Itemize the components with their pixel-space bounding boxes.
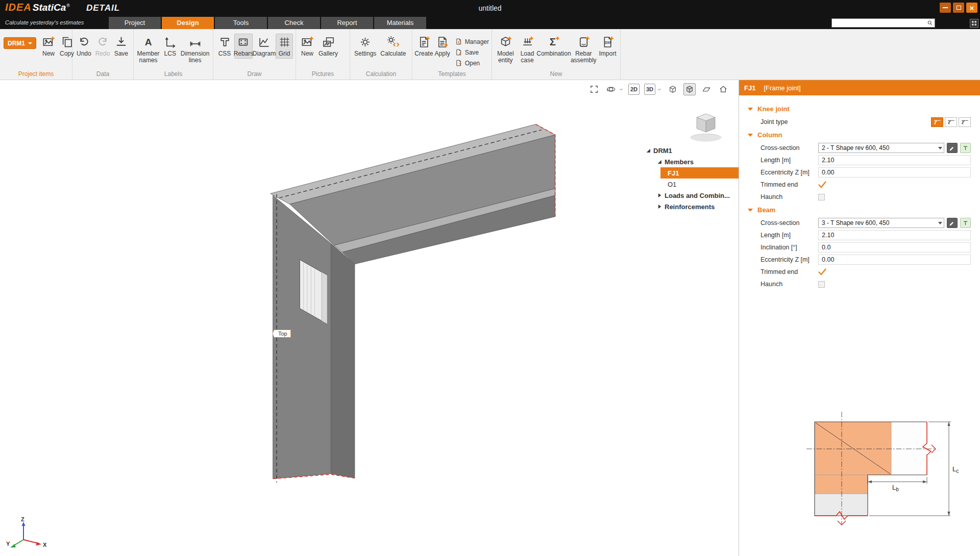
view-label-flag[interactable]: Top — [273, 330, 291, 338]
new-picture-button[interactable]: New — [299, 34, 316, 59]
apply-template-button[interactable]: Apply — [434, 34, 451, 59]
chevron-down-icon[interactable] — [619, 87, 624, 92]
undo-icon — [77, 35, 91, 49]
diagram-button[interactable]: Diagram — [254, 34, 275, 59]
view-3d-button[interactable]: 3D — [644, 84, 655, 95]
undo-button[interactable]: Undo — [75, 34, 93, 59]
rebar-assembly-button[interactable]: Rebar assembly — [570, 34, 597, 65]
solid-view-button[interactable] — [683, 83, 696, 95]
tab-check[interactable]: Check — [268, 17, 320, 29]
tab-materials[interactable]: Materials — [374, 17, 426, 29]
collapse-triangle-icon — [748, 108, 753, 111]
model-entity-button[interactable]: Model entity — [495, 34, 517, 65]
tab-project[interactable]: Project — [109, 17, 161, 29]
column-eccentricity-input[interactable]: 0.00 — [818, 167, 971, 178]
redo-button[interactable]: Redo — [94, 34, 112, 59]
copy-cross-section-button[interactable] — [960, 218, 971, 228]
beam-inclination-input[interactable]: 0.0 — [818, 242, 971, 252]
ribbon-group-project-items: DRM1 New Copy Project items — [0, 29, 72, 80]
rebars-icon — [236, 35, 250, 49]
dimension-lines-button[interactable]: Dimension lines — [180, 34, 210, 65]
beam-cross-section-select[interactable]: 3 - T Shape rev 600, 450 — [818, 218, 944, 228]
load-case-button[interactable]: Load case — [518, 34, 537, 65]
chevron-down-icon[interactable] — [657, 87, 662, 92]
maximize-button[interactable] — [953, 3, 964, 13]
close-button[interactable]: × — [966, 3, 977, 13]
window-options-icon[interactable] — [970, 19, 978, 28]
section-column[interactable]: Column — [739, 128, 980, 142]
checkbox-checked-icon[interactable] — [818, 181, 826, 188]
cross-section-icon — [218, 35, 232, 49]
joint-type-option-1[interactable] — [931, 117, 943, 127]
create-template-button[interactable]: Create — [415, 34, 433, 59]
checkbox-checked-icon[interactable] — [818, 268, 826, 275]
ribbon-group-new: Model entity Load case Combination Rebar… — [492, 29, 621, 80]
navigation-cube[interactable] — [686, 111, 726, 143]
column-cross-section-select[interactable]: 2 - T Shape rev 600, 450 — [818, 143, 944, 153]
axonometry-view-button[interactable] — [667, 83, 679, 95]
collapse-icon[interactable] — [657, 193, 662, 198]
column-length-input[interactable]: 2.10 — [818, 155, 971, 165]
beam-length-input[interactable]: 2.10 — [818, 230, 971, 240]
tree-item-fj1[interactable]: FJ1 — [660, 167, 739, 179]
grid-button[interactable]: Grid — [276, 34, 293, 59]
tree-item-loads[interactable]: Loads and Combin... — [644, 190, 739, 201]
rebars-button[interactable]: Rebars — [234, 34, 253, 59]
member-names-button[interactable]: Member names — [136, 34, 160, 65]
minimize-button[interactable] — [940, 3, 951, 13]
viewport-3d[interactable]: 2D 3D Top — [0, 80, 739, 556]
ribbon-group-caption: Templates — [412, 70, 492, 78]
apply-template-icon — [435, 35, 449, 49]
expand-icon[interactable] — [646, 148, 651, 153]
section-knee-joint[interactable]: Knee joint — [739, 102, 980, 116]
save-button[interactable]: Save — [112, 34, 130, 59]
lcs-button[interactable]: LCS — [161, 34, 179, 59]
tree-item-reinforcements[interactable]: Reinforcements — [644, 201, 739, 212]
knee-joint-model[interactable] — [265, 115, 559, 490]
joint-type-option-2[interactable] — [945, 117, 957, 127]
search-icon[interactable] — [926, 19, 934, 27]
chevron-down-icon — [938, 147, 942, 149]
tab-tools[interactable]: Tools — [215, 17, 267, 29]
edit-cross-section-button[interactable] — [947, 218, 958, 228]
fullscreen-button[interactable] — [588, 83, 600, 95]
edit-cross-section-button[interactable] — [947, 143, 958, 153]
checkbox-unchecked[interactable] — [818, 194, 825, 200]
copy-cross-section-button[interactable] — [960, 143, 971, 153]
tree-item-o1[interactable]: O1 — [644, 179, 739, 190]
view-2d-button[interactable]: 2D — [628, 84, 640, 95]
gallery-button[interactable]: Gallery — [317, 34, 339, 59]
template-open-button[interactable]: Open — [455, 59, 489, 67]
tab-design[interactable]: Design — [162, 17, 214, 29]
template-manager-button[interactable]: Manager — [455, 38, 489, 45]
combination-button[interactable]: Combination — [538, 34, 570, 59]
template-save-button[interactable]: Save — [455, 48, 489, 56]
checkbox-unchecked[interactable] — [818, 281, 825, 288]
project-item-selector[interactable]: DRM1 — [4, 37, 36, 49]
new-project-item-button[interactable]: New — [40, 34, 57, 59]
search-input[interactable] — [832, 19, 926, 27]
calculate-button[interactable]: Calculate — [379, 34, 407, 59]
beam-eccentricity-input[interactable]: 0.00 — [818, 255, 971, 265]
expand-icon[interactable] — [657, 159, 662, 164]
column-flange-face[interactable] — [331, 243, 354, 478]
gallery-icon — [322, 35, 335, 49]
redo-icon — [96, 35, 110, 49]
dxf-import-button[interactable]: DXF Import — [598, 34, 618, 59]
workplane-button[interactable] — [700, 83, 713, 95]
ribbon-group-caption: Calculation — [350, 70, 412, 78]
collapse-icon[interactable] — [657, 204, 662, 209]
joint-type-buttons — [931, 117, 971, 127]
y-axis-label: Y — [6, 541, 10, 547]
joint-type-option-3[interactable] — [959, 117, 971, 127]
css-button[interactable]: CSS — [216, 34, 233, 59]
chevron-down-icon — [28, 42, 32, 44]
settings-button[interactable]: Settings — [353, 34, 378, 59]
section-beam[interactable]: Beam — [739, 203, 980, 217]
ribbon-group-caption: New — [492, 70, 620, 78]
tree-item-members[interactable]: Members — [644, 156, 739, 167]
orbit-button[interactable] — [605, 83, 617, 95]
tree-item-drm1[interactable]: DRM1 — [644, 145, 739, 156]
home-view-button[interactable] — [717, 83, 729, 95]
tab-report[interactable]: Report — [321, 17, 373, 29]
